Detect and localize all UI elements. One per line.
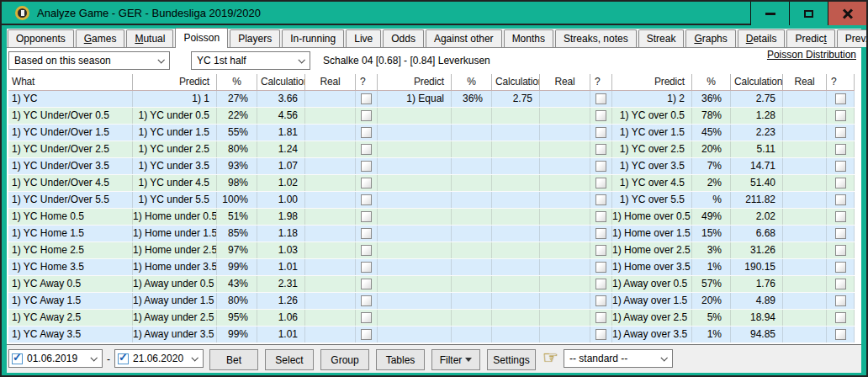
real-checkbox[interactable] [361, 262, 372, 273]
tab-streaks-notes[interactable]: Streaks, notes [555, 29, 637, 47]
tab-in-running[interactable]: In-running [282, 29, 344, 47]
real-checkbox[interactable] [835, 110, 846, 121]
real-checkbox[interactable] [835, 295, 846, 306]
real-checkbox[interactable] [835, 211, 846, 222]
date-to-checkbox[interactable]: ✓ [118, 353, 129, 364]
season-select[interactable]: Based on this season [8, 51, 170, 70]
tab-live[interactable]: Live [346, 29, 381, 47]
group-button[interactable]: Group [320, 349, 369, 370]
real-checkbox[interactable] [595, 110, 606, 121]
tab-odds[interactable]: Odds [383, 29, 424, 47]
real-checkbox[interactable] [361, 211, 372, 222]
real-checkbox[interactable] [595, 279, 606, 289]
tab-poisson[interactable]: Poisson [175, 28, 228, 48]
table-cell [378, 242, 452, 258]
table-cell [783, 276, 827, 292]
real-checkbox[interactable] [595, 329, 606, 340]
table-cell: 45% [692, 125, 731, 141]
real-checkbox[interactable] [595, 228, 606, 239]
tab-against-other[interactable]: Against other [426, 29, 502, 47]
poisson-distribution-link[interactable]: Poisson Distribution [767, 49, 856, 61]
real-checkbox[interactable] [595, 245, 606, 256]
real-checkbox[interactable] [361, 127, 372, 138]
tab-prev-round[interactable]: Prev. Round [837, 29, 868, 47]
tab-games[interactable]: Games [76, 29, 125, 47]
real-checkbox[interactable] [835, 144, 846, 155]
date-to-select[interactable]: ✓ 21.06.2020 [114, 349, 204, 368]
real-checkbox[interactable] [835, 329, 846, 340]
real-checkbox[interactable] [835, 178, 846, 188]
tab-details[interactable]: Details [738, 29, 786, 47]
close-button[interactable] [828, 2, 866, 25]
real-checkbox[interactable] [595, 194, 606, 205]
real-checkbox[interactable] [361, 161, 372, 172]
real-checkbox[interactable] [835, 161, 846, 172]
minimize-button[interactable] [750, 2, 789, 25]
real-checkbox[interactable] [835, 93, 846, 104]
real-checkbox[interactable] [835, 228, 846, 239]
table-cell [540, 259, 590, 275]
real-checkbox[interactable] [361, 329, 372, 340]
date-from-select[interactable]: ✓ 01.06.2019 [8, 349, 103, 368]
select-button[interactable]: Select [265, 349, 314, 370]
bet-button[interactable]: Bet [209, 349, 258, 370]
real-checkbox[interactable] [361, 194, 372, 205]
market-select[interactable]: YC 1st half [191, 51, 310, 70]
table-cell: 1) Home under 3.5 [133, 259, 217, 275]
table-cell [827, 209, 855, 225]
tables-button[interactable]: Tables [376, 349, 425, 370]
real-checkbox[interactable] [595, 93, 606, 104]
table-row: 1) YC Away 1.51) Away under 1.580%1.261)… [8, 293, 855, 310]
table-header-row: WhatPredict%CalculationReal?Predict%Calc… [8, 74, 855, 91]
real-checkbox[interactable] [595, 178, 606, 188]
table-cell: 55% [217, 125, 257, 141]
tab-graphs[interactable]: Graphs [685, 29, 735, 47]
table-cell: 1) Home under 2.5 [133, 242, 217, 258]
header-cell: % [692, 74, 731, 90]
titlebar: Analyze Game - GER - Bundesliga 2019/202… [2, 2, 866, 25]
real-checkbox[interactable] [595, 144, 606, 155]
real-checkbox[interactable] [595, 312, 606, 323]
table-cell: 1) Equal [378, 91, 452, 107]
real-checkbox[interactable] [835, 262, 846, 273]
real-checkbox[interactable] [361, 245, 372, 256]
real-checkbox[interactable] [361, 178, 372, 188]
table-cell [452, 125, 492, 141]
maximize-button[interactable] [789, 2, 828, 25]
filter-button[interactable]: Filter [431, 349, 480, 370]
real-checkbox[interactable] [595, 211, 606, 222]
real-checkbox[interactable] [835, 279, 846, 289]
tab-streak[interactable]: Streak [638, 29, 685, 47]
real-checkbox[interactable] [835, 245, 846, 256]
tab-predict[interactable]: Predict [786, 29, 834, 47]
date-from-checkbox[interactable]: ✓ [12, 353, 23, 364]
real-checkbox[interactable] [361, 110, 372, 121]
real-checkbox[interactable] [361, 279, 372, 289]
header-cell: ? [827, 74, 855, 90]
tab-opponents[interactable]: Opponents [8, 29, 74, 47]
table-cell [378, 276, 452, 292]
real-checkbox[interactable] [361, 312, 372, 323]
real-checkbox[interactable] [595, 127, 606, 138]
preset-select[interactable]: -- standard -- [564, 349, 673, 368]
real-checkbox[interactable] [595, 262, 606, 273]
real-checkbox[interactable] [361, 93, 372, 104]
table-cell [378, 226, 452, 242]
real-checkbox[interactable] [595, 161, 606, 172]
real-checkbox[interactable] [835, 127, 846, 138]
real-checkbox[interactable] [361, 144, 372, 155]
real-checkbox[interactable] [835, 194, 846, 205]
table-cell [540, 276, 590, 292]
real-checkbox[interactable] [361, 228, 372, 239]
tab-players[interactable]: Players [230, 29, 280, 47]
table-cell: 51.40 [731, 175, 783, 191]
real-checkbox[interactable] [595, 295, 606, 306]
table-cell: 98% [217, 175, 257, 191]
real-checkbox[interactable] [361, 295, 372, 306]
header-cell: Predict [612, 74, 692, 90]
tab-months[interactable]: Months [504, 29, 553, 47]
tab-mutual[interactable]: Mutual [126, 29, 173, 47]
table-cell: 1) YC under 1.5 [133, 125, 217, 141]
real-checkbox[interactable] [835, 312, 846, 323]
settings-button[interactable]: Settings [487, 349, 536, 370]
